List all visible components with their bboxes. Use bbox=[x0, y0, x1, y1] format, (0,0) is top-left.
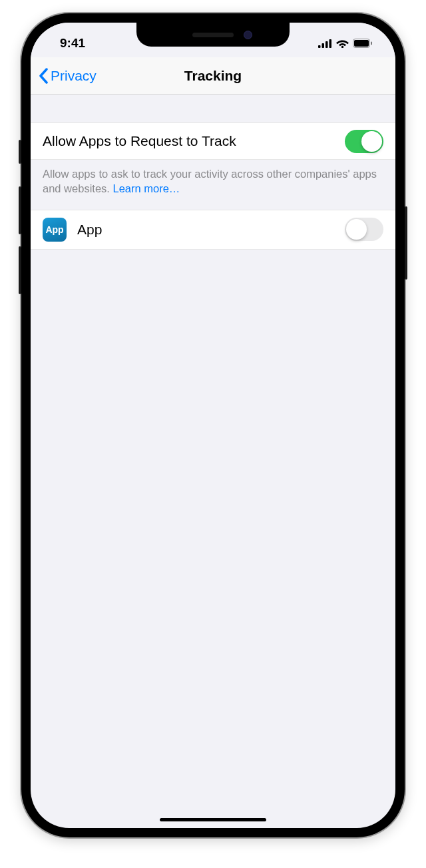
allow-tracking-footer: Allow apps to ask to track your activity… bbox=[31, 160, 395, 210]
page-title: Tracking bbox=[184, 68, 242, 84]
svg-rect-1 bbox=[322, 43, 325, 48]
phone-volume-up bbox=[19, 186, 21, 234]
chevron-left-icon bbox=[39, 68, 48, 84]
svg-rect-7 bbox=[371, 42, 372, 45]
status-indicators bbox=[318, 39, 373, 48]
svg-rect-0 bbox=[318, 45, 321, 48]
status-time: 9:41 bbox=[60, 36, 85, 51]
allow-tracking-toggle[interactable] bbox=[345, 130, 383, 153]
phone-power-button bbox=[405, 206, 407, 280]
svg-point-4 bbox=[341, 46, 343, 48]
footer-description: Allow apps to ask to track your activity… bbox=[43, 168, 377, 194]
svg-rect-6 bbox=[354, 40, 369, 47]
navigation-bar: Privacy Tracking bbox=[31, 57, 395, 95]
svg-rect-2 bbox=[325, 41, 328, 48]
phone-notch bbox=[136, 23, 290, 47]
cellular-signal-icon bbox=[318, 39, 332, 48]
battery-icon bbox=[353, 39, 373, 48]
phone-speaker bbox=[192, 33, 234, 37]
allow-tracking-row: Allow Apps to Request to Track bbox=[31, 122, 395, 160]
phone-silent-switch bbox=[19, 140, 21, 164]
app-name-label: App bbox=[77, 222, 345, 238]
app-icon: App bbox=[43, 218, 67, 242]
toggle-knob bbox=[346, 219, 367, 240]
wifi-icon bbox=[336, 39, 349, 48]
phone-screen: 9:41 bbox=[31, 23, 395, 828]
section-spacer bbox=[31, 95, 395, 122]
phone-volume-down bbox=[19, 246, 21, 294]
home-indicator[interactable] bbox=[160, 818, 266, 821]
settings-content: Allow Apps to Request to Track Allow app… bbox=[31, 95, 395, 250]
phone-device-frame: 9:41 bbox=[21, 13, 405, 837]
app-icon-label: App bbox=[45, 224, 63, 235]
allow-tracking-label: Allow Apps to Request to Track bbox=[43, 133, 345, 149]
app-tracking-toggle[interactable] bbox=[345, 218, 383, 241]
toggle-knob bbox=[361, 131, 382, 152]
back-button-label: Privacy bbox=[51, 68, 97, 84]
back-button[interactable]: Privacy bbox=[39, 68, 97, 84]
svg-rect-3 bbox=[329, 39, 332, 48]
phone-front-camera bbox=[244, 31, 252, 39]
app-tracking-row: App App bbox=[31, 210, 395, 250]
learn-more-link[interactable]: Learn more… bbox=[112, 182, 180, 194]
